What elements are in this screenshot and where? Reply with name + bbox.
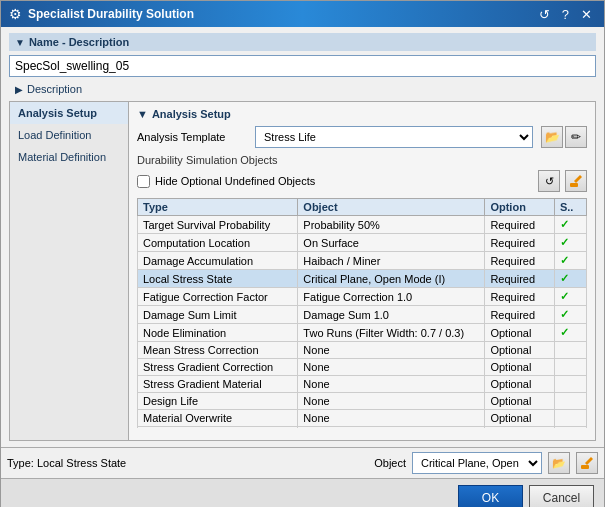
status-check: ✓ [560, 218, 569, 230]
table-body: Target Survival ProbabilityProbability 5… [138, 216, 587, 429]
cell-status-10 [554, 393, 586, 410]
svg-marker-3 [585, 457, 593, 465]
cell-option-1: Required [485, 234, 554, 252]
cell-option-8: Optional [485, 359, 554, 376]
sidebar-item-material-definition[interactable]: Material Definition [10, 146, 128, 168]
cell-status-1: ✓ [554, 234, 586, 252]
type-label: Type: Local Stress State [7, 457, 126, 469]
cell-status-5: ✓ [554, 306, 586, 324]
cell-object-1: On Surface [298, 234, 485, 252]
close-button[interactable]: ✕ [577, 8, 596, 21]
analysis-template-row: Analysis Template Stress Life Strain Lif… [137, 126, 587, 148]
object-select[interactable]: Critical Plane, Open I [412, 452, 542, 474]
panel-section-header: ▼ Analysis Setup [137, 108, 587, 120]
object-browse-btn[interactable]: 📂 [548, 452, 570, 474]
description-label: Description [27, 83, 82, 95]
bottom-bar: Type: Local Stress State Object Critical… [1, 447, 604, 478]
cell-status-7 [554, 342, 586, 359]
cell-object-4: Fatigue Correction 1.0 [298, 288, 485, 306]
table-row[interactable]: Damage AccumulationHaibach / MinerRequir… [138, 252, 587, 270]
hide-checkbox[interactable] [137, 175, 150, 188]
table-row[interactable]: Stress Gradient MaterialNoneOptional [138, 376, 587, 393]
title-bar-left: ⚙ Specialist Durability Solution [9, 6, 194, 22]
table-header-row: Type Object Option S.. [138, 199, 587, 216]
cell-type-2: Damage Accumulation [138, 252, 298, 270]
table-row[interactable]: Node EliminationTwo Runs (Filter Width: … [138, 324, 587, 342]
table-row[interactable]: Target Survival ProbabilityProbability 5… [138, 216, 587, 234]
cancel-button[interactable]: Cancel [529, 485, 594, 507]
app-icon: ⚙ [9, 6, 22, 22]
cell-object-8: None [298, 359, 485, 376]
cell-type-6: Node Elimination [138, 324, 298, 342]
panel-section-arrow: ▼ [137, 108, 148, 120]
template-btn-1[interactable]: 📂 [541, 126, 563, 148]
template-btn-2[interactable]: ✏ [565, 126, 587, 148]
cell-object-5: Damage Sum 1.0 [298, 306, 485, 324]
table-row[interactable]: Damage Sum LimitDamage Sum 1.0Required✓ [138, 306, 587, 324]
right-panel: ▼ Analysis Setup Analysis Template Stres… [129, 101, 596, 441]
cell-object-11: None [298, 410, 485, 427]
status-check: ✓ [560, 308, 569, 320]
edit-btn[interactable] [565, 170, 587, 192]
cell-type-3: Local Stress State [138, 270, 298, 288]
cell-object-10: None [298, 393, 485, 410]
cell-object-0: Probability 50% [298, 216, 485, 234]
table-row[interactable]: Stress Gradient CorrectionNoneOptional [138, 359, 587, 376]
dialog-window: ⚙ Specialist Durability Solution ↺ ? ✕ ▼… [0, 0, 605, 507]
status-check: ✓ [560, 326, 569, 338]
table-row[interactable]: Creep FatigueNoneOptional [138, 427, 587, 429]
refresh-btn[interactable]: ↺ [538, 170, 560, 192]
cell-type-7: Mean Stress Correction [138, 342, 298, 359]
title-bar: ⚙ Specialist Durability Solution ↺ ? ✕ [1, 1, 604, 27]
header-type: Type [138, 199, 298, 216]
table-row[interactable]: Mean Stress CorrectionNoneOptional [138, 342, 587, 359]
status-check: ✓ [560, 254, 569, 266]
durability-label: Durability Simulation Objects [137, 154, 587, 166]
cell-option-4: Required [485, 288, 554, 306]
cell-status-0: ✓ [554, 216, 586, 234]
svg-marker-1 [574, 175, 582, 183]
cell-option-10: Optional [485, 393, 554, 410]
cell-option-12: Optional [485, 427, 554, 429]
cell-type-0: Target Survival Probability [138, 216, 298, 234]
cell-type-1: Computation Location [138, 234, 298, 252]
analysis-template-select[interactable]: Stress Life Strain Life [255, 126, 533, 148]
cell-option-11: Optional [485, 410, 554, 427]
hide-checkbox-row: Hide Optional Undefined Objects ↺ [137, 170, 587, 192]
cell-object-12: None [298, 427, 485, 429]
table-row[interactable]: Local Stress StateCritical Plane, Open M… [138, 270, 587, 288]
cell-object-2: Haibach / Miner [298, 252, 485, 270]
object-edit-btn[interactable] [576, 452, 598, 474]
table-row[interactable]: Computation LocationOn SurfaceRequired✓ [138, 234, 587, 252]
help-button[interactable]: ? [558, 8, 573, 21]
cell-status-9 [554, 376, 586, 393]
dialog-body: ▼ Name - Description ▶ Description Analy… [1, 27, 604, 447]
sidebar-item-analysis-setup[interactable]: Analysis Setup [10, 102, 128, 124]
status-check: ✓ [560, 290, 569, 302]
table-row[interactable]: Fatigue Correction FactorFatigue Correct… [138, 288, 587, 306]
cell-option-6: Optional [485, 324, 554, 342]
name-section-header[interactable]: ▼ Name - Description [9, 33, 596, 51]
description-header[interactable]: ▶ Description [9, 81, 596, 97]
undo-button[interactable]: ↺ [535, 8, 554, 21]
data-table: Type Object Option S.. Target Survival P… [137, 198, 587, 428]
cell-type-9: Stress Gradient Material [138, 376, 298, 393]
cell-type-4: Fatigue Correction Factor [138, 288, 298, 306]
cell-object-3: Critical Plane, Open Mode (I) [298, 270, 485, 288]
name-input[interactable] [9, 55, 596, 77]
status-check: ✓ [560, 272, 569, 284]
hide-checkbox-label: Hide Optional Undefined Objects [155, 175, 315, 187]
cell-object-7: None [298, 342, 485, 359]
table-row[interactable]: Material OverwriteNoneOptional [138, 410, 587, 427]
sidebar-item-load-definition[interactable]: Load Definition [10, 124, 128, 146]
description-arrow: ▶ [15, 84, 23, 95]
header-object: Object [298, 199, 485, 216]
cell-option-0: Required [485, 216, 554, 234]
svg-rect-2 [581, 465, 589, 469]
table-row[interactable]: Design LifeNoneOptional [138, 393, 587, 410]
object-label: Object [374, 457, 406, 469]
header-status: S.. [554, 199, 586, 216]
cell-status-6: ✓ [554, 324, 586, 342]
ok-button[interactable]: OK [458, 485, 523, 507]
svg-rect-0 [570, 183, 578, 187]
